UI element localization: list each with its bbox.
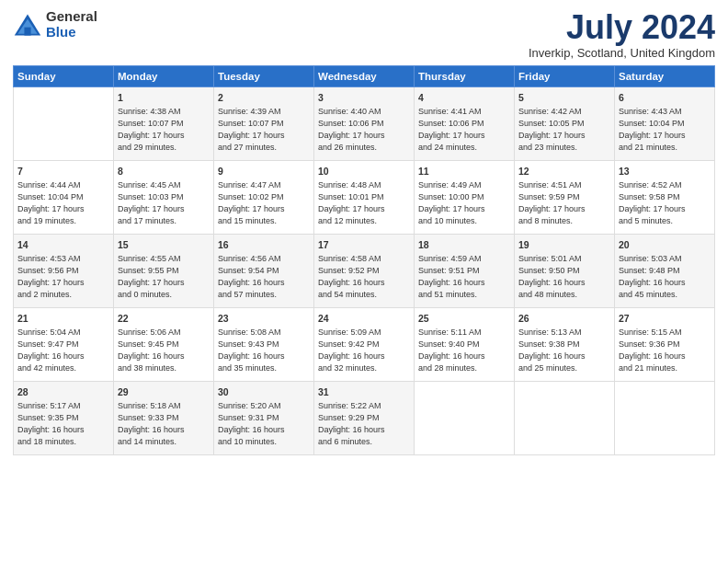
header-row: Sunday Monday Tuesday Wednesday Thursday… (14, 65, 715, 86)
cell-content: Sunrise: 4:39 AM Sunset: 10:07 PM Daylig… (218, 106, 310, 154)
cell-content: Sunrise: 5:17 AM Sunset: 9:35 PM Dayligh… (17, 400, 109, 448)
cell-content: Sunrise: 5:13 AM Sunset: 9:38 PM Dayligh… (518, 327, 610, 374)
col-friday: Friday (515, 65, 615, 86)
table-row (515, 381, 615, 454)
table-row (14, 86, 114, 160)
day-number: 8 (118, 165, 210, 178)
table-row: 31Sunrise: 5:22 AM Sunset: 9:29 PM Dayli… (314, 381, 415, 454)
cell-content: Sunrise: 5:04 AM Sunset: 9:47 PM Dayligh… (17, 327, 109, 374)
col-wednesday: Wednesday (314, 65, 415, 86)
calendar-week-row: 7Sunrise: 4:44 AM Sunset: 10:04 PM Dayli… (14, 160, 715, 234)
day-number: 3 (318, 91, 410, 105)
cell-content: Sunrise: 4:40 AM Sunset: 10:06 PM Daylig… (318, 106, 410, 154)
table-row: 4Sunrise: 4:41 AM Sunset: 10:06 PM Dayli… (415, 86, 515, 160)
table-row (615, 381, 715, 454)
cell-content: Sunrise: 5:01 AM Sunset: 9:50 PM Dayligh… (518, 253, 610, 301)
title-block: July 2024 Inverkip, Scotland, United Kin… (529, 9, 715, 60)
calendar-body: 1Sunrise: 4:38 AM Sunset: 10:07 PM Dayli… (14, 86, 715, 454)
day-number: 19 (518, 238, 610, 252)
day-number: 28 (17, 385, 109, 399)
table-row: 27Sunrise: 5:15 AM Sunset: 9:36 PM Dayli… (615, 307, 715, 381)
table-row: 29Sunrise: 5:18 AM Sunset: 9:33 PM Dayli… (114, 381, 214, 454)
page: General Blue July 2024 Inverkip, Scotlan… (0, 0, 728, 563)
table-row: 21Sunrise: 5:04 AM Sunset: 9:47 PM Dayli… (14, 307, 114, 381)
cell-content: Sunrise: 5:18 AM Sunset: 9:33 PM Dayligh… (118, 400, 210, 448)
day-number: 30 (218, 385, 310, 399)
calendar-table: Sunday Monday Tuesday Wednesday Thursday… (13, 65, 715, 455)
month-title: July 2024 (529, 9, 715, 46)
svg-rect-2 (24, 27, 30, 35)
day-number: 24 (318, 312, 410, 326)
logo-text: General Blue (46, 9, 97, 40)
day-number: 21 (17, 312, 109, 326)
day-number: 23 (218, 312, 310, 326)
location-text: Inverkip, Scotland, United Kingdom (529, 46, 715, 60)
table-row: 6Sunrise: 4:43 AM Sunset: 10:04 PM Dayli… (615, 86, 715, 160)
day-number: 26 (518, 312, 610, 326)
table-row: 22Sunrise: 5:06 AM Sunset: 9:45 PM Dayli… (114, 307, 214, 381)
cell-content: Sunrise: 4:51 AM Sunset: 9:59 PM Dayligh… (518, 179, 610, 227)
day-number: 4 (418, 91, 510, 105)
table-row (415, 381, 515, 454)
col-thursday: Thursday (415, 65, 515, 86)
cell-content: Sunrise: 4:44 AM Sunset: 10:04 PM Daylig… (17, 179, 109, 227)
cell-content: Sunrise: 4:38 AM Sunset: 10:07 PM Daylig… (118, 106, 210, 154)
day-number: 1 (118, 91, 210, 105)
calendar-week-row: 1Sunrise: 4:38 AM Sunset: 10:07 PM Dayli… (14, 86, 715, 160)
table-row: 16Sunrise: 4:56 AM Sunset: 9:54 PM Dayli… (214, 234, 314, 307)
table-row: 5Sunrise: 4:42 AM Sunset: 10:05 PM Dayli… (515, 86, 615, 160)
header: General Blue July 2024 Inverkip, Scotlan… (13, 9, 715, 60)
cell-content: Sunrise: 4:42 AM Sunset: 10:05 PM Daylig… (518, 106, 610, 154)
cell-content: Sunrise: 5:15 AM Sunset: 9:36 PM Dayligh… (619, 327, 711, 374)
day-number: 5 (518, 91, 610, 105)
table-row: 15Sunrise: 4:55 AM Sunset: 9:55 PM Dayli… (114, 234, 214, 307)
calendar-header: Sunday Monday Tuesday Wednesday Thursday… (14, 65, 715, 86)
cell-content: Sunrise: 4:45 AM Sunset: 10:03 PM Daylig… (118, 179, 210, 227)
table-row: 28Sunrise: 5:17 AM Sunset: 9:35 PM Dayli… (14, 381, 114, 454)
day-number: 15 (118, 238, 210, 252)
day-number: 16 (218, 238, 310, 252)
day-number: 11 (418, 165, 510, 178)
day-number: 2 (218, 91, 310, 105)
table-row: 25Sunrise: 5:11 AM Sunset: 9:40 PM Dayli… (415, 307, 515, 381)
cell-content: Sunrise: 4:41 AM Sunset: 10:06 PM Daylig… (418, 106, 510, 154)
day-number: 10 (318, 165, 410, 178)
table-row: 11Sunrise: 4:49 AM Sunset: 10:00 PM Dayl… (415, 160, 515, 234)
cell-content: Sunrise: 4:53 AM Sunset: 9:56 PM Dayligh… (17, 253, 109, 301)
cell-content: Sunrise: 4:59 AM Sunset: 9:51 PM Dayligh… (418, 253, 510, 301)
table-row: 12Sunrise: 4:51 AM Sunset: 9:59 PM Dayli… (515, 160, 615, 234)
calendar-week-row: 21Sunrise: 5:04 AM Sunset: 9:47 PM Dayli… (14, 307, 715, 381)
cell-content: Sunrise: 5:09 AM Sunset: 9:42 PM Dayligh… (318, 327, 410, 374)
table-row: 20Sunrise: 5:03 AM Sunset: 9:48 PM Dayli… (615, 234, 715, 307)
table-row: 7Sunrise: 4:44 AM Sunset: 10:04 PM Dayli… (14, 160, 114, 234)
table-row: 14Sunrise: 4:53 AM Sunset: 9:56 PM Dayli… (14, 234, 114, 307)
table-row: 24Sunrise: 5:09 AM Sunset: 9:42 PM Dayli… (314, 307, 415, 381)
table-row: 2Sunrise: 4:39 AM Sunset: 10:07 PM Dayli… (214, 86, 314, 160)
table-row: 10Sunrise: 4:48 AM Sunset: 10:01 PM Dayl… (314, 160, 415, 234)
cell-content: Sunrise: 5:08 AM Sunset: 9:43 PM Dayligh… (218, 327, 310, 374)
day-number: 22 (118, 312, 210, 326)
col-monday: Monday (114, 65, 214, 86)
table-row: 8Sunrise: 4:45 AM Sunset: 10:03 PM Dayli… (114, 160, 214, 234)
day-number: 18 (418, 238, 510, 252)
day-number: 25 (418, 312, 510, 326)
table-row: 26Sunrise: 5:13 AM Sunset: 9:38 PM Dayli… (515, 307, 615, 381)
table-row: 1Sunrise: 4:38 AM Sunset: 10:07 PM Dayli… (114, 86, 214, 160)
logo-icon (13, 12, 42, 38)
table-row: 3Sunrise: 4:40 AM Sunset: 10:06 PM Dayli… (314, 86, 415, 160)
col-saturday: Saturday (615, 65, 715, 86)
logo-blue-text: Blue (46, 25, 97, 40)
cell-content: Sunrise: 4:58 AM Sunset: 9:52 PM Dayligh… (318, 253, 410, 301)
day-number: 6 (619, 91, 711, 105)
table-row: 19Sunrise: 5:01 AM Sunset: 9:50 PM Dayli… (515, 234, 615, 307)
calendar-week-row: 14Sunrise: 4:53 AM Sunset: 9:56 PM Dayli… (14, 234, 715, 307)
cell-content: Sunrise: 5:11 AM Sunset: 9:40 PM Dayligh… (418, 327, 510, 374)
cell-content: Sunrise: 4:43 AM Sunset: 10:04 PM Daylig… (619, 106, 711, 154)
cell-content: Sunrise: 4:56 AM Sunset: 9:54 PM Dayligh… (218, 253, 310, 301)
cell-content: Sunrise: 4:47 AM Sunset: 10:02 PM Daylig… (218, 179, 310, 227)
day-number: 13 (619, 165, 711, 178)
cell-content: Sunrise: 4:49 AM Sunset: 10:00 PM Daylig… (418, 179, 510, 227)
cell-content: Sunrise: 4:48 AM Sunset: 10:01 PM Daylig… (318, 179, 410, 227)
cell-content: Sunrise: 5:06 AM Sunset: 9:45 PM Dayligh… (118, 327, 210, 374)
table-row: 30Sunrise: 5:20 AM Sunset: 9:31 PM Dayli… (214, 381, 314, 454)
